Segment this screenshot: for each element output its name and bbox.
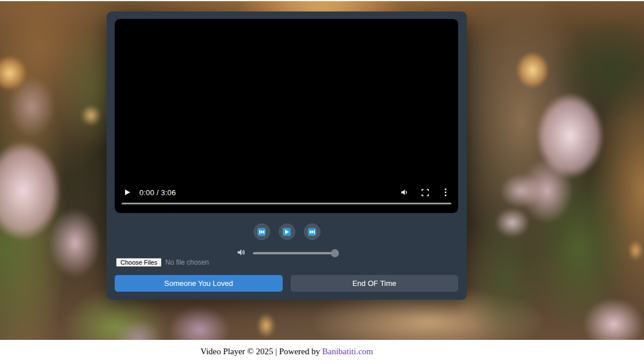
video-control-bar: 0:00 / 3:06 (115, 187, 458, 198)
playlist-buttons: Someone You Loved End OF Time (115, 275, 458, 292)
speaker-icon (237, 248, 245, 259)
volume-row (107, 248, 467, 258)
skip-next-icon (308, 228, 316, 236)
volume-slider-track (253, 252, 337, 254)
play-emoji-icon (283, 228, 291, 236)
file-chosen-status: No file chosen (165, 258, 209, 266)
play-pause-button[interactable] (279, 223, 295, 240)
volume-icon[interactable] (399, 187, 409, 198)
footer-link[interactable]: Banibatiti.com (322, 347, 373, 356)
footer: Video Player © 2025 | Powered by Banibat… (0, 340, 573, 364)
volume-slider-thumb[interactable] (331, 249, 339, 257)
transport-controls (107, 223, 467, 240)
skip-previous-icon (257, 228, 266, 236)
video-surface[interactable]: 0:00 / 3:06 (115, 19, 458, 213)
footer-text: Video Player © 2025 | Powered by (201, 347, 322, 356)
file-input: Choose Files No file chosen (116, 258, 209, 267)
video-player-panel: 0:00 / 3:06 (107, 11, 467, 300)
overflow-menu-icon[interactable] (440, 187, 451, 198)
playlist-item-end-of-time[interactable]: End OF Time (291, 275, 459, 292)
video-progress-bar[interactable] (122, 203, 451, 204)
playlist-item-someone-you-loved[interactable]: Someone You Loved (115, 275, 283, 292)
fullscreen-icon[interactable] (420, 187, 430, 198)
time-display: 0:00 / 3:06 (139, 188, 176, 197)
next-track-button[interactable] (304, 223, 321, 240)
play-icon[interactable] (122, 187, 132, 198)
previous-track-button[interactable] (253, 223, 270, 240)
choose-files-button[interactable]: Choose Files (116, 258, 162, 267)
garden-background: 0:00 / 3:06 (0, 1, 644, 340)
volume-slider[interactable] (253, 248, 337, 258)
